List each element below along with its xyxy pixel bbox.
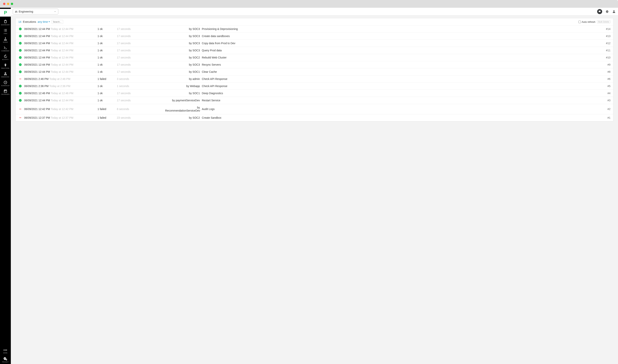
execution-row[interactable]: 06/09/2021 12:44 PMToday at 12:44 PM1 ok… (16, 61, 613, 68)
execution-row[interactable]: 06/09/2021 12:42 PMToday at 12:42 PM1 fa… (16, 104, 613, 114)
execution-duration: 3 seconds (117, 78, 163, 80)
execution-outcome: 1 failed (97, 107, 115, 111)
execution-row[interactable]: 06/09/2021 12:44 PMToday at 12:44 PM1 ok… (16, 47, 613, 54)
chat-icon[interactable] (597, 9, 602, 14)
status-ok-icon (18, 49, 22, 52)
time-filter[interactable]: any time (38, 20, 50, 23)
execution-user: by SOC1 (165, 70, 200, 73)
mac-titlebar (0, 0, 618, 8)
execution-row[interactable]: 06/09/2021 2:46 PMToday at 2:46 PM1 fail… (16, 76, 613, 83)
executions-header: 14 Executions any time Auto refresh Bulk (16, 18, 613, 26)
project-name: Engineering (19, 10, 53, 13)
sidebar-item-webhooks[interactable]: WEBHOOKS (0, 70, 11, 79)
execution-user: by RecommendationServiceDev (165, 106, 200, 112)
sidebar-item-more[interactable]: ••• MORE (0, 347, 11, 355)
window-maximize-icon[interactable] (11, 3, 13, 5)
execution-outcome: 1 ok (97, 85, 115, 88)
caret-down-icon (49, 21, 50, 22)
execution-time: 06/09/2021 12:44 PMToday at 12:44 PM (24, 49, 96, 52)
execution-user: by SOC2 (165, 116, 200, 119)
executions-card: 14 Executions any time Auto refresh Bulk (15, 18, 613, 121)
execution-duration: 17 seconds (117, 49, 163, 52)
sidebar-item-label: WEBHOOKS (1, 76, 10, 78)
sidebar-item-jobs[interactable]: JOBS (0, 27, 11, 36)
status-fail-icon (18, 79, 22, 79)
execution-job: Create Sandbox (202, 116, 599, 119)
sidebar-item-label: NODES (3, 41, 8, 43)
sidebar-item-calendars[interactable]: CALENDARS (0, 88, 11, 96)
status-ok-icon (18, 35, 22, 38)
execution-index: #5 (601, 85, 610, 88)
execution-duration: 8 seconds (117, 107, 163, 111)
sidebar-item-label: COMMANDS (1, 50, 10, 52)
time-filter-label: any time (38, 20, 48, 23)
execution-duration: 17 seconds (117, 63, 163, 66)
execution-outcome: 1 ok (97, 35, 115, 38)
execution-duration: 17 seconds (117, 42, 163, 45)
execution-job: Audit Logs (202, 107, 599, 111)
execution-row[interactable]: 06/09/2021 12:44 PMToday at 12:44 PM1 ok… (16, 33, 613, 40)
execution-user: by SOC3 (165, 35, 200, 38)
execution-duration: 23 seconds (117, 116, 163, 119)
execution-time: 06/09/2021 12:44 PMToday at 12:44 PM (24, 70, 96, 73)
execution-duration: 17 seconds (117, 35, 163, 38)
execution-index: #11 (601, 49, 610, 52)
bulk-delete-button[interactable]: Bulk Delete (597, 20, 610, 23)
execution-count: 14 (18, 20, 21, 23)
user-icon[interactable] (612, 10, 616, 14)
execution-index: #3 (601, 99, 610, 102)
execution-job: Copy data from Prod to Dev (202, 42, 599, 45)
execution-user: by SOC3 (165, 42, 200, 45)
execution-row[interactable]: 06/09/2021 12:37 PMToday at 12:37 PM1 fa… (16, 114, 613, 121)
sidebar-item-label: ACTIVITY (2, 59, 9, 60)
window-minimize-icon[interactable] (7, 3, 9, 5)
execution-row[interactable]: 06/09/2021 12:44 PMToday at 12:44 PM1 ok… (16, 68, 613, 76)
topbar: Engineering (11, 8, 618, 15)
execution-time: 06/09/2021 12:42 PMToday at 12:42 PM (24, 107, 96, 111)
execution-user: by SOC3 (165, 49, 200, 52)
plug-icon (3, 63, 7, 67)
execution-job: Deep Diagnostics (202, 92, 599, 95)
sidebar-item-project[interactable]: PROJECT (0, 355, 11, 364)
auto-refresh-toggle[interactable]: Auto refresh (578, 20, 595, 23)
execution-outcome: 1 ok (97, 99, 115, 102)
window-close-icon[interactable] (3, 3, 5, 5)
status-ok-icon (18, 28, 22, 30)
execution-row[interactable]: 06/09/2021 12:44 PMToday at 12:44 PM1 ok… (16, 97, 613, 104)
project-select[interactable]: Engineering (13, 9, 58, 14)
sidebar-item-activity[interactable]: ACTIVITY (0, 53, 11, 62)
execution-time: 06/09/2021 12:44 PMToday at 12:44 PM (24, 63, 96, 66)
sidebar-item-reactions[interactable]: REACTIONS (0, 62, 11, 70)
group-icon (15, 10, 18, 13)
auto-refresh-checkbox[interactable] (578, 21, 581, 23)
execution-time: 06/09/2021 12:44 PMToday at 12:44 PM (24, 99, 96, 102)
webhook-icon (3, 72, 7, 76)
status-ok-icon (18, 42, 22, 45)
execution-job: Rebuild Web Cluster (202, 56, 599, 59)
execution-job: Clear Cache (202, 70, 599, 73)
execution-job: Restart Service (202, 99, 599, 102)
execution-job: Check API Response (202, 78, 599, 80)
execution-row[interactable]: 06/09/2021 12:44 PMToday at 12:44 PM1 ok… (16, 40, 613, 47)
execution-index: #1 (601, 116, 610, 119)
execution-job: Check API Response (202, 85, 599, 88)
execution-duration: 17 seconds (117, 92, 163, 95)
execution-row[interactable]: 06/09/2021 12:44 PMToday at 12:44 PM1 ok… (16, 54, 613, 61)
sidebar-item-commands[interactable]: COMMANDS (0, 44, 11, 53)
execution-row[interactable]: 06/09/2021 12:44 PMToday at 12:44 PM1 ok… (16, 26, 613, 33)
search-input[interactable] (52, 20, 63, 24)
execution-index: #14 (601, 27, 610, 30)
sidebar-item-nodes[interactable]: NODES (0, 36, 11, 44)
list-icon (3, 28, 7, 32)
execution-job: Provisioning & Deprovisioning (202, 27, 599, 30)
execution-row[interactable]: 06/09/2021 2:36 PMToday at 2:36 PM1 ok1 … (16, 83, 613, 90)
execution-time: 06/09/2021 12:46 PMToday at 12:46 PM (24, 92, 96, 95)
brand-logo[interactable]: P (0, 9, 11, 17)
sidebar-item-schedules[interactable]: SCHEDULES (0, 79, 11, 88)
sidebar-item-dashboard[interactable]: DASHBOARD (0, 18, 11, 27)
gear-icon[interactable] (605, 10, 609, 14)
execution-user: by admin (165, 78, 200, 80)
execution-outcome: 1 ok (97, 27, 115, 30)
status-ok-icon (18, 70, 22, 73)
execution-row[interactable]: 06/09/2021 12:46 PMToday at 12:46 PM1 ok… (16, 90, 613, 97)
